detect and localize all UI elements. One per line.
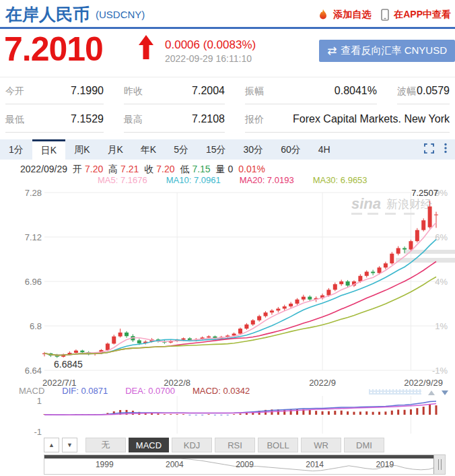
indicator-tab-bar: ▲▼无MACDKDJRSIBOLLWRDMI	[44, 438, 384, 452]
navigator-range-bar[interactable]	[44, 455, 433, 458]
svg-text:7.12: 7.12	[25, 232, 42, 242]
svg-text:7.28: 7.28	[25, 188, 42, 198]
indicator-tab-boll[interactable]: BOLL	[258, 438, 298, 452]
indicator-tab-dmi[interactable]: DMI	[344, 438, 384, 452]
period-tab-8[interactable]: 60分	[272, 139, 310, 160]
indicator-tab-kdj[interactable]: KDJ	[172, 438, 212, 452]
period-tab-4[interactable]: 年K	[132, 139, 165, 160]
header-divider	[0, 27, 455, 29]
navigator-year-1999: 1999	[96, 460, 114, 469]
svg-text:1: 1	[37, 396, 42, 406]
indicator-tab-无[interactable]: 无	[85, 438, 126, 452]
price-up-arrow-icon	[138, 35, 154, 62]
usdcny-quote-page: 在岸人民币 (USDCNY) 添加自选 在APP中查看 7.2010 0.000…	[0, 0, 455, 476]
stat-range: 波幅0.0579	[397, 82, 450, 104]
quote-timestamp: 2022-09-29 16:11:10	[165, 53, 252, 64]
view-in-app-link[interactable]: 在APP中查看	[394, 9, 451, 21]
add-watchlist-link[interactable]: 添加自选	[333, 9, 371, 21]
period-tab-bar: 1分日K周K月K年K5分15分30分60分4H	[0, 139, 455, 160]
ma-legend-item-3: MA30: 6.9653	[313, 175, 368, 185]
svg-text:6.8: 6.8	[30, 321, 42, 331]
phone-icon	[381, 9, 389, 21]
fullscreen-icon[interactable]	[424, 143, 434, 154]
macd-pane-label: MACD	[19, 386, 44, 396]
ma-legend-item-0: MA5: 7.1676	[98, 175, 147, 185]
price-change: 0.0006 (0.0083%)	[165, 38, 256, 52]
symbol-label: (USDCNY)	[96, 9, 145, 20]
period-tab-1[interactable]: 日K	[32, 139, 65, 160]
period-tab-6[interactable]: 15分	[197, 139, 235, 160]
svg-text:-1%: -1%	[432, 366, 448, 376]
period-tab-0[interactable]: 1分	[0, 139, 32, 160]
ma-legend-item-2: MA20: 7.0193	[240, 175, 294, 185]
last-price: 7.2010	[4, 30, 103, 69]
macd-legend: MACD DIF: 0.0871 DEA: 0.0700 MACD: 0.034…	[19, 386, 250, 396]
ma-legend-item-1: MA10: 7.0961	[166, 175, 221, 185]
stat-high: 最高7.2108	[124, 110, 225, 133]
macd-chart[interactable]: 1-1	[0, 396, 455, 438]
swap-icon: ⇄	[327, 44, 337, 58]
svg-text:6.96: 6.96	[25, 277, 42, 287]
navigator-year-2009: 2009	[236, 460, 254, 469]
svg-text:6%: 6%	[435, 232, 448, 242]
macd-hist-value: MACD: 0.0342	[193, 386, 250, 396]
stat-prev-close: 昨收7.2004	[124, 82, 225, 104]
stat-quote-source: 报价Forex Capital Markets. New York	[245, 110, 450, 133]
svg-text:2022/9: 2022/9	[309, 378, 336, 388]
indicator-tab-macd[interactable]: MACD	[129, 438, 169, 452]
navigator-drag-handle[interactable]	[433, 455, 445, 474]
macd-expand-icon[interactable]	[428, 390, 435, 395]
svg-text:-1: -1	[34, 427, 42, 437]
section-divider	[0, 77, 455, 77]
period-tab-7[interactable]: 30分	[235, 139, 273, 160]
stat-open: 今开7.1990	[5, 82, 104, 104]
more-menu-icon[interactable]	[444, 143, 447, 154]
macd-dif-value: DIF: 0.0871	[62, 386, 108, 396]
svg-text:2022/9/29: 2022/9/29	[404, 378, 443, 388]
navigator-year-2004: 2004	[166, 460, 184, 469]
svg-text:6.6845: 6.6845	[54, 359, 83, 370]
indicator-tab-rsi[interactable]: RSI	[215, 438, 255, 452]
svg-text:新浪财经: 新浪财经	[386, 198, 432, 211]
stat-amplitude: 振幅0.8041%	[245, 82, 377, 104]
flame-icon	[318, 9, 328, 21]
svg-text:4%: 4%	[435, 277, 448, 287]
quote-stats-table: 今开7.1990 昨收7.2004 振幅0.8041% 波幅0.0579 最低7…	[5, 82, 450, 133]
macd-dotted-strip	[369, 389, 421, 395]
period-tab-9[interactable]: 4H	[310, 139, 339, 160]
period-tab-3[interactable]: 月K	[98, 139, 131, 160]
period-tab-2[interactable]: 周K	[65, 139, 98, 160]
timeline-navigator[interactable]: 19992004200920142019	[44, 454, 446, 475]
indicator-down-button[interactable]: ▼	[62, 438, 77, 452]
ohlc-readout: 2022/09/29 开7.20 高7.21 收7.20 低7.15 量0 0.…	[20, 164, 268, 176]
svg-text:7.2507: 7.2507	[411, 188, 438, 198]
stat-low: 最低7.1529	[5, 110, 104, 133]
macd-dea-value: DEA: 0.0700	[125, 386, 175, 396]
indicator-up-button[interactable]: ▲	[44, 438, 59, 452]
svg-text:6.64: 6.64	[25, 366, 42, 376]
navigator-year-2019: 2019	[376, 460, 394, 469]
navigator-year-2014: 2014	[306, 460, 324, 469]
ma-legend: MA5: 7.1676MA10: 7.0961MA20: 7.0193MA30:…	[98, 175, 368, 185]
period-tab-5[interactable]: 5分	[165, 139, 197, 160]
page-title: 在岸人民币	[5, 3, 90, 26]
main-candlestick-chart[interactable]: 7.289%7.126%6.964%6.81%6.64-1%sina新浪财经7.…	[0, 186, 455, 389]
macd-collapse-icon[interactable]	[442, 390, 448, 395]
indicator-tab-wr[interactable]: WR	[301, 438, 341, 452]
reverse-rate-button[interactable]: ⇄ 查看反向汇率 CNYUSD	[319, 40, 455, 62]
svg-text:1%: 1%	[435, 321, 448, 331]
svg-text:sina: sina	[351, 195, 381, 212]
